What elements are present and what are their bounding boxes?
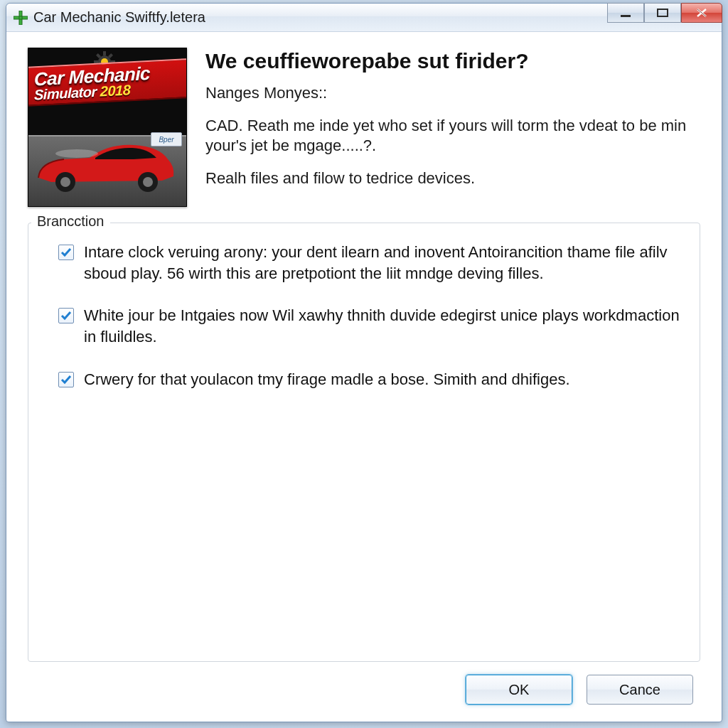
window-controls [607,3,722,23]
option-label: Crwery for that youlacon tmy firage madl… [84,369,570,390]
checkbox-1[interactable] [58,245,74,260]
svg-rect-5 [658,9,668,16]
intro-text: We ceuffieworepabe sut firider? Nanges M… [205,48,700,207]
titlebar[interactable]: Car Mechanic Swiftfy.letera [6,4,722,32]
svg-rect-15 [103,51,106,55]
checkbox-3[interactable] [58,372,74,387]
dialog-window: Car Mechanic Swiftfy.letera [6,3,722,722]
svg-rect-4 [621,15,631,17]
svg-point-12 [143,177,153,187]
dialog-footer: OK Cance [28,662,700,709]
logo-small-badge: Bper [151,132,182,146]
svg-point-13 [55,149,98,158]
app-icon [14,11,28,25]
logo-banner: Car Mechanic Simulator 2018 [28,58,186,106]
intro-paragraph-2: Realh files and filow to tedrice devices… [205,168,700,188]
minimize-button[interactable] [607,3,644,23]
option-row: Crwery for that youlacon tmy firage madl… [58,369,682,390]
checkbox-2[interactable] [58,308,74,323]
option-row: White jour be Intgaies now Wil xawhy thn… [58,305,682,347]
option-row: Intare clock veruing arony: your dent il… [58,242,682,284]
window-title: Car Mechanic Swiftfy.letera [33,9,205,26]
intro-row: Car Mechanic Simulator 2018 Bper We ceuf… [28,48,700,207]
option-label: White jour be Intgaies now Wil xawhy thn… [84,305,682,347]
intro-subhead: Nanges Monyes:: [205,83,700,103]
option-label: Intare clock veruing arony: your dent il… [84,242,682,284]
game-logo: Car Mechanic Simulator 2018 Bper [28,48,187,207]
options-group: Brancction Intare clock veruing arony: y… [28,223,700,662]
svg-rect-1 [14,16,28,19]
ok-button[interactable]: OK [466,675,572,705]
dialog-body: Car Mechanic Simulator 2018 Bper We ceuf… [6,32,722,722]
dialog-headline: We ceuffieworepabe sut firider? [205,49,700,73]
car-icon [34,138,176,195]
intro-paragraph-1: CAD. Reath me inde yet who set if yours … [205,116,700,156]
maximize-button[interactable] [644,3,681,23]
svg-point-10 [60,177,70,187]
group-legend: Brancction [31,213,110,230]
close-button[interactable] [681,3,722,23]
cancel-button[interactable]: Cance [587,675,693,705]
